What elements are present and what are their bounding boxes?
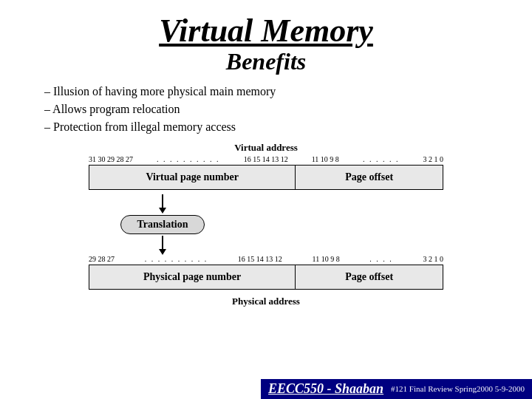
- virtual-address-label: Virtual address: [234, 142, 298, 154]
- bullet-2: – Allows program relocation: [44, 100, 276, 118]
- title-main: Virtual Memory: [159, 13, 373, 49]
- physical-page-number-box: Physical page number: [89, 265, 296, 289]
- va-dots-left: . . . . . . . . . .: [157, 155, 220, 163]
- pa-dots-left: . . . . . . . . . .: [145, 255, 208, 263]
- bullet-3: – Protection from illegal memory access: [44, 118, 276, 136]
- footer-details: #121 Final Review Spring2000 5-9-2000: [391, 383, 525, 394]
- physical-page-offset-box: Page offset: [296, 265, 443, 289]
- arrow-line-1: [162, 194, 163, 208]
- pa-bits-right-high: 11 10 9 8: [313, 255, 340, 263]
- va-dots-right: . . . . . .: [363, 155, 400, 163]
- bullet-1: – Illusion of having more physical main …: [44, 83, 276, 100]
- pa-bits-right-low: 3 2 1 0: [423, 255, 444, 263]
- physical-bit-row: 29 28 27 . . . . . . . . . . 16 15 14 13…: [89, 255, 443, 263]
- diagram: Virtual address 31 30 29 28 27 . . . . .…: [30, 142, 502, 392]
- arrow-head-1: [159, 208, 166, 214]
- arrow-line-2: [162, 236, 163, 249]
- virtual-page-number-box: Virtual page number: [89, 166, 296, 189]
- slide: Virtual Memory Benefits – Illusion of ha…: [0, 0, 532, 399]
- title-sub: Benefits: [159, 49, 373, 75]
- physical-address-label: Physical address: [232, 296, 300, 307]
- pa-bits-left-high: 29 28 27: [89, 255, 115, 263]
- va-bits-left-low: 16 15 14 13 12: [244, 155, 288, 163]
- physical-address-boxes: Physical page number Page offset: [89, 265, 443, 290]
- footer: EECC550 - Shaaban #121 Final Review Spri…: [261, 379, 532, 399]
- virtual-page-offset-box: Page offset: [296, 166, 443, 189]
- va-bits-right-low: 3 2 1 0: [423, 155, 443, 163]
- translation-box: Translation: [120, 215, 205, 234]
- va-bits-right-high: 11 10 9 8: [312, 155, 339, 163]
- pa-bits-left-low: 16 15 14 13 12: [238, 255, 282, 263]
- title-block: Virtual Memory Benefits: [159, 13, 373, 75]
- virtual-address-boxes: Virtual page number Page offset: [89, 165, 443, 190]
- va-bits-left-high: 31 30 29 28 27: [89, 155, 133, 163]
- bullets-section: – Illusion of having more physical main …: [44, 83, 276, 136]
- arrow-head-2: [159, 249, 166, 255]
- virtual-bit-row: 31 30 29 28 27 . . . . . . . . . . 16 15…: [89, 155, 443, 163]
- pa-dots-right: . . . .: [369, 255, 393, 263]
- footer-course: EECC550 - Shaaban: [268, 381, 383, 397]
